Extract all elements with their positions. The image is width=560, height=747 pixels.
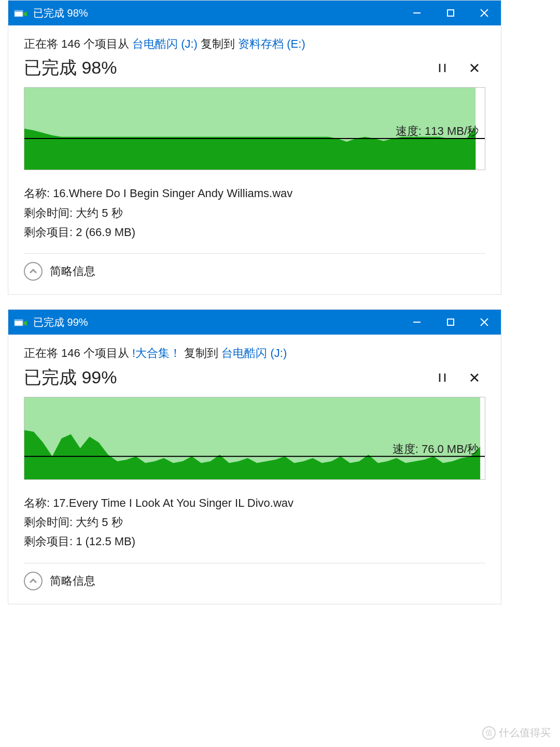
collapse-toggle[interactable] [24, 262, 43, 281]
brief-label: 简略信息 [50, 264, 95, 279]
svg-rect-16 [15, 320, 23, 321]
items-remaining-value: 2 (66.9 MB) [76, 223, 135, 242]
pause-button[interactable] [431, 367, 453, 389]
details-block: 名称:17.Every Time I Look At You Singer IL… [24, 493, 485, 551]
app-icon [13, 8, 28, 18]
window-title: 已完成 98% [33, 6, 88, 20]
pause-button[interactable] [431, 57, 453, 79]
items-remaining-value: 1 (12.5 MB) [76, 532, 135, 551]
copy-prefix: 正在将 146 个项目从 [24, 37, 132, 50]
copy-mid: 复制到 [198, 37, 238, 50]
maximize-button[interactable] [433, 1, 467, 25]
maximize-button[interactable] [433, 310, 467, 335]
speed-label: 速度: 113 MB/秒 [395, 123, 480, 139]
destination-link[interactable]: 台电酷闪 (J:) [221, 347, 287, 359]
cancel-button[interactable] [464, 57, 485, 79]
source-link[interactable]: !大合集！ [132, 347, 181, 359]
cancel-button[interactable] [464, 367, 485, 389]
collapse-toggle[interactable] [24, 572, 43, 590]
brief-label: 简略信息 [50, 573, 95, 589]
destination-link[interactable]: 资料存档 (E:) [238, 37, 305, 50]
items-remaining-key: 剩余项目: [24, 223, 73, 242]
svg-rect-19 [447, 319, 454, 325]
svg-marker-2 [23, 11, 27, 17]
copy-description: 正在将 146 个项目从 台电酷闪 (J:) 复制到 资料存档 (E:) [24, 35, 485, 53]
copy-mid: 复制到 [181, 347, 221, 359]
time-remaining-key: 剩余时间: [24, 203, 73, 223]
app-icon [13, 317, 28, 327]
minimize-button[interactable] [400, 310, 433, 335]
speed-chart: 速度: 113 MB/秒 [24, 87, 485, 170]
progress-label: 已完成 99% [24, 366, 421, 390]
time-remaining-key: 剩余时间: [24, 513, 73, 532]
source-link[interactable]: 台电酷闪 (J:) [132, 37, 198, 50]
close-button[interactable] [467, 310, 501, 335]
svg-rect-4 [447, 10, 454, 16]
titlebar: 已完成 98% [8, 1, 501, 25]
name-value: 17.Every Time I Look At You Singer IL Di… [53, 493, 293, 513]
name-key: 名称: [24, 493, 50, 513]
time-remaining-value: 大约 5 秒 [76, 203, 122, 223]
details-block: 名称:16.Where Do I Begin Singer Andy Willi… [24, 184, 485, 242]
copy-prefix: 正在将 146 个项目从 [24, 347, 132, 359]
time-remaining-value: 大约 5 秒 [76, 513, 122, 532]
copy-dialog: 已完成 99% 正在将 146 个项目从 !大合集！ 复制到 台电酷闪 (J:)… [8, 309, 501, 604]
copy-description: 正在将 146 个项目从 !大合集！ 复制到 台电酷闪 (J:) [24, 344, 485, 362]
minimize-button[interactable] [400, 1, 433, 25]
speed-chart: 速度: 76.0 MB/秒 [24, 397, 485, 480]
titlebar: 已完成 99% [8, 310, 501, 335]
svg-marker-17 [23, 321, 27, 326]
items-remaining-key: 剩余项目: [24, 532, 73, 551]
close-button[interactable] [467, 1, 501, 25]
progress-label: 已完成 98% [24, 56, 421, 80]
name-value: 16.Where Do I Begin Singer Andy Williams… [53, 184, 292, 203]
copy-dialog: 已完成 98% 正在将 146 个项目从 台电酷闪 (J:) 复制到 资料存档 … [8, 0, 501, 295]
svg-rect-1 [15, 10, 23, 12]
speed-label: 速度: 76.0 MB/秒 [391, 441, 480, 457]
window-title: 已完成 99% [33, 315, 88, 329]
name-key: 名称: [24, 184, 50, 203]
